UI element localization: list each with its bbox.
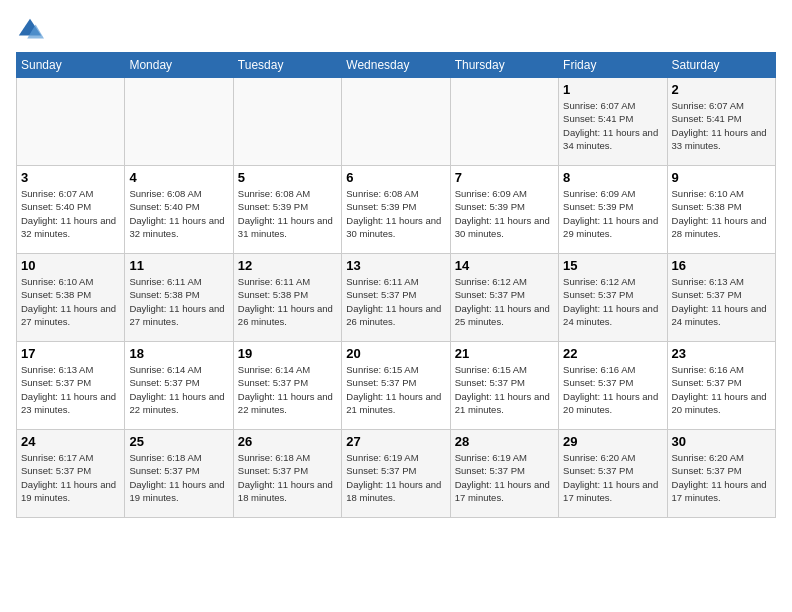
day-number: 16 [672,258,771,273]
calendar-cell [233,78,341,166]
day-info: Sunrise: 6:09 AMSunset: 5:39 PMDaylight:… [455,187,554,240]
day-info: Sunrise: 6:11 AMSunset: 5:38 PMDaylight:… [129,275,228,328]
day-number: 13 [346,258,445,273]
calendar-cell: 12Sunrise: 6:11 AMSunset: 5:38 PMDayligh… [233,254,341,342]
calendar-cell: 5Sunrise: 6:08 AMSunset: 5:39 PMDaylight… [233,166,341,254]
calendar-cell: 17Sunrise: 6:13 AMSunset: 5:37 PMDayligh… [17,342,125,430]
day-number: 26 [238,434,337,449]
day-info: Sunrise: 6:08 AMSunset: 5:39 PMDaylight:… [238,187,337,240]
day-number: 7 [455,170,554,185]
day-info: Sunrise: 6:10 AMSunset: 5:38 PMDaylight:… [672,187,771,240]
day-info: Sunrise: 6:08 AMSunset: 5:39 PMDaylight:… [346,187,445,240]
calendar-cell: 10Sunrise: 6:10 AMSunset: 5:38 PMDayligh… [17,254,125,342]
calendar-cell: 3Sunrise: 6:07 AMSunset: 5:40 PMDaylight… [17,166,125,254]
day-info: Sunrise: 6:12 AMSunset: 5:37 PMDaylight:… [563,275,662,328]
day-info: Sunrise: 6:07 AMSunset: 5:41 PMDaylight:… [563,99,662,152]
calendar-cell [342,78,450,166]
day-info: Sunrise: 6:08 AMSunset: 5:40 PMDaylight:… [129,187,228,240]
day-info: Sunrise: 6:13 AMSunset: 5:37 PMDaylight:… [672,275,771,328]
weekday-row: SundayMondayTuesdayWednesdayThursdayFrid… [17,53,776,78]
calendar-cell [17,78,125,166]
weekday-header: Monday [125,53,233,78]
calendar-cell: 23Sunrise: 6:16 AMSunset: 5:37 PMDayligh… [667,342,775,430]
day-info: Sunrise: 6:12 AMSunset: 5:37 PMDaylight:… [455,275,554,328]
day-info: Sunrise: 6:18 AMSunset: 5:37 PMDaylight:… [238,451,337,504]
day-info: Sunrise: 6:10 AMSunset: 5:38 PMDaylight:… [21,275,120,328]
calendar-cell [450,78,558,166]
weekday-header: Thursday [450,53,558,78]
day-info: Sunrise: 6:19 AMSunset: 5:37 PMDaylight:… [346,451,445,504]
day-number: 19 [238,346,337,361]
day-number: 25 [129,434,228,449]
calendar-week-row: 10Sunrise: 6:10 AMSunset: 5:38 PMDayligh… [17,254,776,342]
day-number: 9 [672,170,771,185]
day-number: 27 [346,434,445,449]
calendar-cell: 29Sunrise: 6:20 AMSunset: 5:37 PMDayligh… [559,430,667,518]
calendar-cell: 28Sunrise: 6:19 AMSunset: 5:37 PMDayligh… [450,430,558,518]
calendar-body: 1Sunrise: 6:07 AMSunset: 5:41 PMDaylight… [17,78,776,518]
logo [16,16,48,44]
calendar-cell: 14Sunrise: 6:12 AMSunset: 5:37 PMDayligh… [450,254,558,342]
day-info: Sunrise: 6:19 AMSunset: 5:37 PMDaylight:… [455,451,554,504]
day-info: Sunrise: 6:15 AMSunset: 5:37 PMDaylight:… [455,363,554,416]
day-info: Sunrise: 6:14 AMSunset: 5:37 PMDaylight:… [129,363,228,416]
calendar-cell: 8Sunrise: 6:09 AMSunset: 5:39 PMDaylight… [559,166,667,254]
day-info: Sunrise: 6:15 AMSunset: 5:37 PMDaylight:… [346,363,445,416]
calendar-cell: 20Sunrise: 6:15 AMSunset: 5:37 PMDayligh… [342,342,450,430]
day-number: 24 [21,434,120,449]
day-info: Sunrise: 6:07 AMSunset: 5:40 PMDaylight:… [21,187,120,240]
calendar-cell: 22Sunrise: 6:16 AMSunset: 5:37 PMDayligh… [559,342,667,430]
calendar-cell: 7Sunrise: 6:09 AMSunset: 5:39 PMDaylight… [450,166,558,254]
logo-icon [16,16,44,44]
day-info: Sunrise: 6:20 AMSunset: 5:37 PMDaylight:… [672,451,771,504]
calendar-cell: 15Sunrise: 6:12 AMSunset: 5:37 PMDayligh… [559,254,667,342]
day-number: 12 [238,258,337,273]
weekday-header: Saturday [667,53,775,78]
calendar-cell: 1Sunrise: 6:07 AMSunset: 5:41 PMDaylight… [559,78,667,166]
day-number: 22 [563,346,662,361]
day-number: 8 [563,170,662,185]
weekday-header: Tuesday [233,53,341,78]
day-info: Sunrise: 6:16 AMSunset: 5:37 PMDaylight:… [563,363,662,416]
calendar-cell: 11Sunrise: 6:11 AMSunset: 5:38 PMDayligh… [125,254,233,342]
calendar-cell: 24Sunrise: 6:17 AMSunset: 5:37 PMDayligh… [17,430,125,518]
calendar-week-row: 1Sunrise: 6:07 AMSunset: 5:41 PMDaylight… [17,78,776,166]
day-number: 3 [21,170,120,185]
day-number: 17 [21,346,120,361]
day-number: 29 [563,434,662,449]
day-number: 1 [563,82,662,97]
weekday-header: Sunday [17,53,125,78]
day-number: 14 [455,258,554,273]
day-number: 4 [129,170,228,185]
day-info: Sunrise: 6:14 AMSunset: 5:37 PMDaylight:… [238,363,337,416]
day-number: 21 [455,346,554,361]
day-info: Sunrise: 6:16 AMSunset: 5:37 PMDaylight:… [672,363,771,416]
weekday-header: Wednesday [342,53,450,78]
day-info: Sunrise: 6:20 AMSunset: 5:37 PMDaylight:… [563,451,662,504]
day-info: Sunrise: 6:11 AMSunset: 5:37 PMDaylight:… [346,275,445,328]
day-info: Sunrise: 6:18 AMSunset: 5:37 PMDaylight:… [129,451,228,504]
calendar-cell [125,78,233,166]
calendar-cell: 13Sunrise: 6:11 AMSunset: 5:37 PMDayligh… [342,254,450,342]
day-info: Sunrise: 6:17 AMSunset: 5:37 PMDaylight:… [21,451,120,504]
day-info: Sunrise: 6:09 AMSunset: 5:39 PMDaylight:… [563,187,662,240]
day-info: Sunrise: 6:13 AMSunset: 5:37 PMDaylight:… [21,363,120,416]
calendar-cell: 9Sunrise: 6:10 AMSunset: 5:38 PMDaylight… [667,166,775,254]
day-number: 10 [21,258,120,273]
calendar-week-row: 24Sunrise: 6:17 AMSunset: 5:37 PMDayligh… [17,430,776,518]
calendar-cell: 30Sunrise: 6:20 AMSunset: 5:37 PMDayligh… [667,430,775,518]
day-number: 6 [346,170,445,185]
calendar-cell: 18Sunrise: 6:14 AMSunset: 5:37 PMDayligh… [125,342,233,430]
day-number: 28 [455,434,554,449]
day-number: 18 [129,346,228,361]
calendar-cell: 4Sunrise: 6:08 AMSunset: 5:40 PMDaylight… [125,166,233,254]
calendar-cell: 26Sunrise: 6:18 AMSunset: 5:37 PMDayligh… [233,430,341,518]
calendar-cell: 19Sunrise: 6:14 AMSunset: 5:37 PMDayligh… [233,342,341,430]
calendar-cell: 25Sunrise: 6:18 AMSunset: 5:37 PMDayligh… [125,430,233,518]
calendar-week-row: 17Sunrise: 6:13 AMSunset: 5:37 PMDayligh… [17,342,776,430]
calendar-cell: 6Sunrise: 6:08 AMSunset: 5:39 PMDaylight… [342,166,450,254]
day-info: Sunrise: 6:07 AMSunset: 5:41 PMDaylight:… [672,99,771,152]
calendar-cell: 2Sunrise: 6:07 AMSunset: 5:41 PMDaylight… [667,78,775,166]
weekday-header: Friday [559,53,667,78]
day-number: 15 [563,258,662,273]
